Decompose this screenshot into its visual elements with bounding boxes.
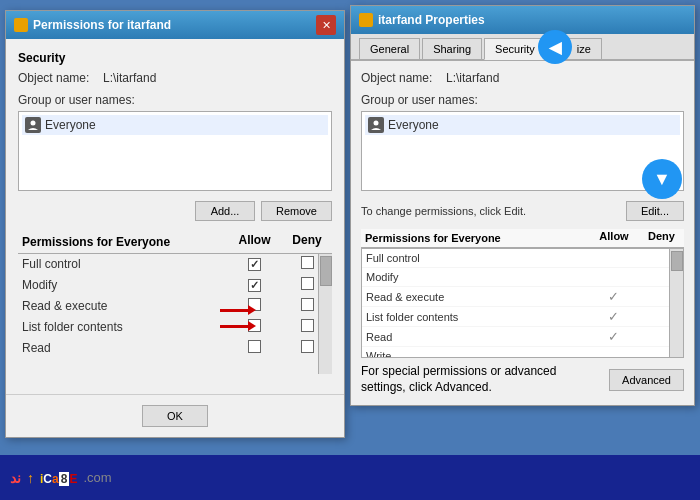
listfolder-deny-checkbox[interactable] [301,319,314,332]
perm-scroll: Full control Modify Read & execute [18,254,332,374]
right-user-name: Everyone [388,118,439,132]
perm-col-header: Permissions for Everyone [18,233,227,251]
right-user-list: Everyone [361,111,684,191]
object-row: Object name: L:\itarfand [18,71,332,85]
right-object-value: L:\itarfand [446,71,499,85]
right-perm-header: Permissions for Everyone Allow Deny [361,229,684,248]
advanced-row: For special permissions or advanced sett… [361,364,684,395]
change-text: To change permissions, click Edit. [361,205,526,217]
back-nav-button[interactable]: ◀ [538,30,572,64]
down-arrow-icon: ▼ [653,169,671,190]
modify-deny-checkbox[interactable] [301,277,314,290]
svg-point-1 [374,121,379,126]
right-perm-read: Read ✓ [362,327,683,347]
download-nav-button[interactable]: ▼ [642,159,682,199]
add-remove-row: Add... Remove [18,201,332,221]
remove-button[interactable]: Remove [261,201,332,221]
right-perm-col: Permissions for Everyone [361,230,589,246]
modify-allow-checkbox[interactable] [248,279,261,292]
advanced-button[interactable]: Advanced [609,369,684,391]
left-dialog-titlebar: Permissions for itarfand ✕ [6,11,344,39]
readexecute-deny-checkbox[interactable] [301,298,314,311]
perm-scrollbar[interactable] [318,254,332,374]
right-group-label: Group or user names: [361,93,684,107]
change-permissions-row: To change permissions, click Edit. Edit.… [361,201,684,221]
arrow-logo-icon: ↑ [27,470,34,486]
perm-row-listfolder: List folder contents [18,317,332,338]
object-value: L:\itarfand [103,71,156,85]
left-dialog-title: Permissions for itarfand [33,18,171,32]
right-perm-fullcontrol: Full control [362,249,683,268]
tab-ize-container: ◀ ize [548,38,602,59]
read-allow-checkbox[interactable] [248,340,261,353]
right-folder-icon [359,13,373,27]
right-perm-modify: Modify [362,268,683,287]
perm-row-modify: Modify [18,275,332,296]
close-button[interactable]: ✕ [316,15,336,35]
ok-button[interactable]: OK [142,405,208,427]
right-object-label: Object name: [361,71,446,85]
right-perm-write: Write [362,347,683,358]
right-dialog-titlebar: itarfand Properties [351,6,694,34]
right-dialog-content: Object name: L:\itarfand Group or user n… [351,61,694,405]
right-perm-listfolder: List folder contents ✓ [362,307,683,327]
deny-col-header: Deny [282,233,332,251]
edit-button[interactable]: Edit... [626,201,684,221]
perm-row-readexecute: Read & execute [18,296,332,317]
user-list: Everyone [18,111,332,191]
right-scrollbar-thumb [671,251,683,271]
user-item-everyone[interactable]: Everyone [22,115,328,135]
right-perm-scrollbar[interactable] [669,249,683,357]
permissions-dialog: Permissions for itarfand ✕ Security Obje… [5,10,345,438]
permissions-section: Permissions for Everyone Allow Deny Full… [18,231,332,374]
logo-text: iCa8E [40,469,77,487]
dot-com-text: .com [83,470,111,485]
special-permissions-text: For special permissions or advanced sett… [361,364,561,395]
tab-general[interactable]: General [359,38,420,59]
read-deny-checkbox[interactable] [301,340,314,353]
svg-point-0 [31,121,36,126]
perm-row-fullcontrol: Full control [18,254,332,275]
perm-row-read: Read [18,338,332,359]
tab-security[interactable]: Security [484,38,546,60]
right-dialog-title: itarfand Properties [378,13,485,27]
scrollbar-thumb [320,256,332,286]
folder-icon [14,18,28,32]
group-label: Group or user names: [18,93,332,107]
arabic-text: ند [10,470,21,486]
properties-dialog: itarfand Properties General Sharing Secu… [350,5,695,406]
object-label: Object name: [18,71,103,85]
back-arrow-icon: ◀ [549,38,561,57]
red-arrow-1 [220,305,256,315]
right-perm-scroll: Full control Modify Read & execute ✓ [361,248,684,358]
right-user-icon [368,117,384,133]
edit-row: ▼ To change permissions, click Edit. Edi… [361,201,684,221]
user-name: Everyone [45,118,96,132]
perm-header: Permissions for Everyone Allow Deny [18,231,332,254]
right-user-item-everyone[interactable]: Everyone [365,115,680,135]
right-perm-readexecute: Read & execute ✓ [362,287,683,307]
fullcontrol-deny-checkbox[interactable] [301,256,314,269]
left-dialog-content: Security Object name: L:\itarfand Group … [6,39,344,386]
taskbar: ند ↑ iCa8E .com [0,455,700,500]
taskbar-content: ند ↑ iCa8E .com [10,469,112,487]
allow-col-header: Allow [227,233,282,251]
red-arrow-2 [220,321,256,331]
right-object-row: Object name: L:\itarfand [361,71,684,85]
security-label: Security [18,51,332,65]
fullcontrol-allow-checkbox[interactable] [248,258,261,271]
tabs-bar: General Sharing Security ◀ ize [351,34,694,61]
tab-sharing[interactable]: Sharing [422,38,482,59]
user-icon [25,117,41,133]
right-deny-col: Deny [639,230,684,246]
right-allow-col: Allow [589,230,639,246]
ok-row: OK [6,394,344,437]
right-permissions-section: Permissions for Everyone Allow Deny Full… [361,229,684,358]
add-button[interactable]: Add... [195,201,255,221]
